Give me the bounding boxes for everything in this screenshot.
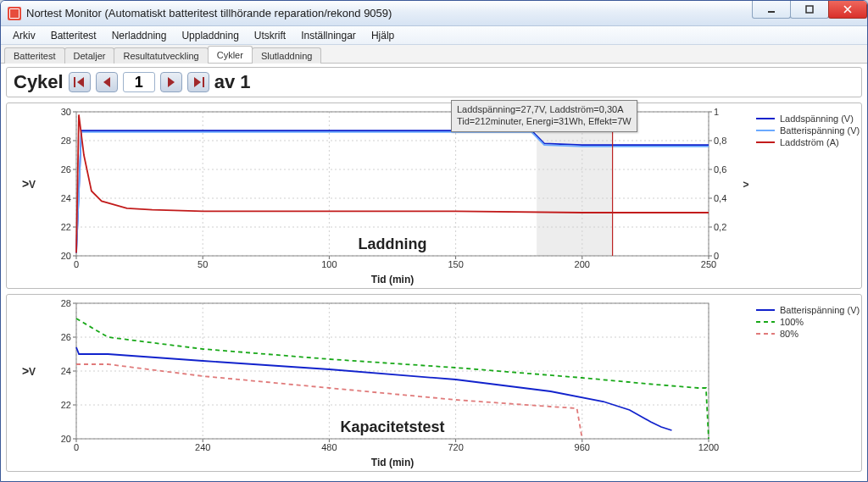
chart-laddning[interactable]: Laddspänning=27,7V, Laddström=0,30A Tid=… [6, 102, 862, 289]
menubar: Arkiv Batteritest Nerladdning Uppladdnin… [1, 26, 867, 45]
svg-text:30: 30 [61, 107, 71, 117]
svg-text:26: 26 [61, 164, 71, 175]
tooltip-line-2: Tid=212minuter, Energi=31Wh, Effekt=7W [457, 116, 632, 128]
svg-rect-0 [768, 11, 775, 13]
svg-text:100%: 100% [780, 317, 804, 327]
first-button[interactable] [69, 72, 91, 92]
svg-text:24: 24 [61, 193, 71, 203]
window-title: Nortest Monitor (Automatiskt batteritest… [26, 7, 753, 19]
prev-button[interactable] [96, 72, 118, 92]
svg-text:20: 20 [61, 434, 71, 444]
pager-of-label: av [214, 71, 235, 93]
svg-text:Tid (min): Tid (min) [371, 274, 414, 285]
menu-arkiv[interactable]: Arkiv [6, 28, 42, 43]
tab-resultatutveckling[interactable]: Resultatutveckling [114, 47, 208, 64]
svg-text:22: 22 [61, 222, 71, 232]
svg-rect-2 [74, 77, 75, 87]
tab-cykler[interactable]: Cykler [208, 46, 253, 63]
menu-utskrift[interactable]: Utskrift [248, 28, 292, 43]
svg-text:V: V [29, 179, 36, 191]
svg-marker-5 [168, 77, 175, 87]
menu-uppladdning[interactable]: Uppladdning [175, 28, 245, 43]
svg-marker-6 [194, 77, 201, 87]
svg-text:100: 100 [321, 259, 337, 269]
svg-text:480: 480 [321, 442, 337, 452]
svg-text:Tid (min): Tid (min) [371, 457, 414, 468]
svg-text:50: 50 [198, 259, 208, 269]
maximize-button[interactable] [790, 0, 829, 19]
svg-text:720: 720 [448, 442, 463, 452]
svg-text:1: 1 [714, 107, 719, 117]
svg-text:Kapacitetstest: Kapacitetstest [340, 418, 444, 435]
svg-text:1200: 1200 [698, 442, 719, 452]
menu-hjalp[interactable]: Hjälp [364, 28, 401, 43]
chart-laddning-svg: 20222426283000,20,40,60,8105010015020025… [7, 103, 861, 288]
svg-text:Laddning: Laddning [359, 235, 427, 252]
svg-rect-8 [537, 112, 613, 256]
content-area: Cykel av 1 Laddspänning=27,7V, Laddström… [1, 64, 867, 481]
svg-text:Batterispänning (V): Batterispänning (V) [780, 125, 860, 136]
svg-text:150: 150 [448, 259, 463, 269]
svg-text:200: 200 [575, 259, 590, 269]
svg-text:0,4: 0,4 [714, 193, 726, 203]
next-button[interactable] [160, 72, 182, 92]
pager-total: 1 [240, 71, 250, 93]
svg-text:20: 20 [61, 251, 71, 261]
menu-nerladdning[interactable]: Nerladdning [105, 28, 174, 43]
window-buttons [753, 1, 867, 25]
svg-rect-7 [203, 77, 204, 87]
svg-text:80%: 80% [780, 329, 798, 339]
svg-text:0,8: 0,8 [714, 136, 726, 146]
svg-text:0,6: 0,6 [714, 164, 726, 175]
svg-text:0: 0 [74, 259, 79, 269]
svg-text:28: 28 [61, 136, 71, 146]
chart-kapacitetstest[interactable]: 202224262802404807209601200V>Kapacitetst… [6, 294, 862, 472]
svg-text:22: 22 [61, 400, 71, 410]
svg-text:26: 26 [61, 332, 71, 342]
chart-kapacitetstest-svg: 202224262802404807209601200V>Kapacitetst… [7, 295, 861, 471]
svg-marker-4 [103, 77, 110, 87]
menu-installningar[interactable]: Inställningar [294, 28, 363, 43]
menu-batteritest[interactable]: Batteritest [44, 28, 103, 43]
cycle-pager: Cykel av 1 [6, 67, 862, 97]
svg-text:Laddström (A): Laddström (A) [780, 137, 839, 147]
chart-tooltip: Laddspänning=27,7V, Laddström=0,30A Tid=… [451, 100, 637, 132]
last-button[interactable] [187, 72, 209, 92]
app-window: Nortest Monitor (Automatiskt batteritest… [0, 0, 868, 482]
close-button[interactable] [828, 0, 867, 19]
svg-text:0: 0 [74, 442, 79, 452]
svg-text:250: 250 [701, 259, 716, 269]
pager-label: Cykel [14, 71, 64, 93]
app-icon [8, 7, 21, 20]
tabbar: Batteritest Detaljer Resultatutveckling … [1, 45, 867, 64]
tab-slutladdning[interactable]: Slutladdning [252, 47, 322, 64]
svg-marker-3 [77, 77, 84, 87]
svg-text:V: V [29, 366, 36, 378]
svg-text:>: > [22, 364, 29, 378]
svg-text:240: 240 [195, 442, 210, 452]
svg-text:0,2: 0,2 [714, 222, 726, 232]
tooltip-line-1: Laddspänning=27,7V, Laddström=0,30A [457, 104, 632, 116]
svg-text:Laddspänning (V): Laddspänning (V) [780, 114, 854, 124]
tab-batteritest[interactable]: Batteritest [4, 47, 65, 64]
svg-text:24: 24 [61, 366, 71, 376]
tab-detaljer[interactable]: Detaljer [64, 47, 115, 64]
svg-rect-57 [76, 112, 709, 256]
svg-text:960: 960 [575, 442, 590, 452]
svg-text:>: > [22, 177, 29, 191]
svg-text:28: 28 [61, 298, 71, 308]
svg-text:>: > [743, 179, 748, 191]
minimize-button[interactable] [752, 0, 791, 19]
svg-text:Batterispänning (V): Batterispänning (V) [780, 305, 860, 315]
titlebar: Nortest Monitor (Automatiskt batteritest… [1, 1, 867, 26]
page-number-input[interactable] [123, 72, 155, 92]
svg-rect-1 [806, 6, 813, 13]
